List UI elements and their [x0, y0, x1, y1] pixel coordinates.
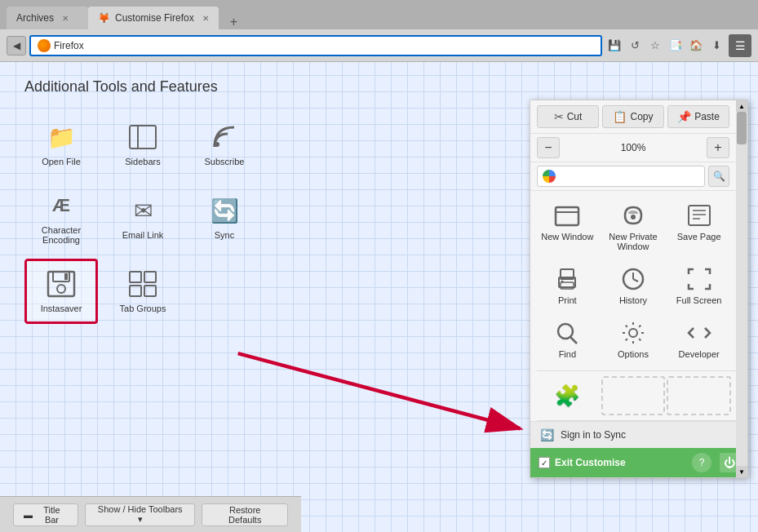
search-button[interactable]: 🔍	[708, 166, 729, 187]
title-bar-button[interactable]: ▬ Title Bar	[13, 503, 78, 526]
restore-defaults-button[interactable]: Restore Defaults	[202, 503, 288, 526]
scrollbar[interactable]: ▲ ▼	[736, 100, 747, 477]
tool-subscribe-label: Subscribe	[205, 157, 245, 166]
svg-point-2	[215, 142, 219, 147]
svg-line-12	[238, 353, 521, 428]
sync-row[interactable]: 🔄 Sign in to Sync	[530, 421, 747, 448]
tool-open-file[interactable]: 📁 Open File	[24, 112, 98, 177]
menu-new-window-label: New Window	[541, 232, 593, 242]
save-page-icon	[685, 202, 714, 228]
tab-archives-close[interactable]: ✕	[62, 14, 69, 23]
paste-icon: 📌	[677, 110, 691, 123]
svg-rect-8	[144, 272, 156, 282]
exit-help-button[interactable]: ?	[692, 453, 711, 472]
menu-developer-label: Developer	[679, 349, 720, 359]
firefox-logo	[38, 39, 51, 52]
bookmark-icon[interactable]: 📑	[667, 37, 685, 55]
scroll-down-arrow[interactable]: ▼	[736, 466, 747, 477]
star-icon[interactable]: ☆	[646, 37, 664, 55]
zoom-row: − 100% +	[530, 134, 736, 162]
tab-customise[interactable]: 🦊 Customise Firefox ✕	[88, 7, 219, 29]
tool-email-link[interactable]: ✉ Email Link	[106, 185, 180, 250]
addon-slot-1[interactable]: 🧩	[535, 376, 600, 415]
search-row: 🔍	[530, 162, 736, 191]
cut-icon: ✂	[554, 110, 564, 123]
menu-new-window[interactable]: New Window	[535, 196, 600, 258]
menu-options[interactable]: Options	[601, 313, 666, 366]
open-file-icon: 📁	[45, 122, 78, 152]
print-icon	[552, 266, 582, 292]
scroll-track	[736, 112, 747, 466]
menu-find-label: Find	[559, 349, 576, 359]
menu-new-private-window[interactable]: New Private Window	[601, 196, 666, 258]
copy-button[interactable]: 📋 Copy	[602, 105, 664, 128]
svg-point-6	[57, 285, 65, 293]
addon-slot-3[interactable]	[667, 376, 731, 415]
menu-full-screen[interactable]: Full Screen	[667, 259, 731, 312]
menu-button[interactable]: ☰	[729, 34, 751, 57]
menu-options-label: Options	[618, 349, 649, 359]
menu-find[interactable]: Find	[535, 313, 600, 366]
save-icon[interactable]: 💾	[605, 37, 623, 55]
toolbar-icons: 💾 ↺ ☆ 📑 🏠 ⬇	[605, 37, 725, 55]
tool-char-encoding-label: Character Encoding	[24, 225, 98, 245]
tool-instasaver[interactable]: Instasaver	[24, 259, 98, 324]
tool-open-file-label: Open File	[42, 157, 81, 166]
bottom-bar: ▬ Title Bar Show / Hide Toolbars ▾ Resto…	[0, 496, 301, 532]
dropdown-panel: ▲ ▼ ✂ Cut 📋 Copy 📌 Paste	[530, 100, 748, 478]
paste-button[interactable]: 📌 Paste	[667, 105, 729, 128]
tool-char-encoding[interactable]: Æ Character Encoding	[24, 185, 98, 250]
sync-row-icon: 🔄	[540, 428, 554, 441]
scroll-up-arrow[interactable]: ▲	[736, 100, 747, 112]
tab-bar: Archives ✕ 🦊 Customise Firefox ✕ +	[0, 0, 758, 29]
svg-point-23	[561, 281, 564, 283]
tool-sync[interactable]: 🔄 Sync	[188, 185, 261, 250]
home-icon[interactable]: 🏠	[687, 37, 705, 55]
show-hide-toolbars-label: Show / Hide Toolbars ▾	[95, 504, 185, 525]
new-private-window-icon	[618, 202, 648, 228]
menu-print-label: Print	[558, 295, 577, 305]
subscribe-icon	[208, 122, 241, 152]
tab-customise-close[interactable]: ✕	[202, 14, 209, 23]
addon-slot-2[interactable]	[601, 376, 666, 415]
tool-subscribe[interactable]: Subscribe	[188, 112, 261, 177]
tab-customise-label: Customise Firefox	[115, 12, 194, 24]
menu-developer[interactable]: Developer	[667, 313, 731, 366]
main-content: Additional Tools and Features 📁 Open Fil…	[0, 62, 758, 532]
back-button[interactable]: ◀	[7, 36, 26, 55]
exit-label: Exit Customise	[555, 457, 687, 468]
page-title: Additional Tools and Features	[24, 78, 734, 95]
download-icon[interactable]: ⬇	[707, 37, 725, 55]
tab-archives[interactable]: Archives ✕	[7, 7, 88, 29]
exit-checkbox[interactable]: ✓	[539, 457, 550, 468]
zoom-minus-button[interactable]: −	[537, 137, 560, 158]
show-hide-toolbars-button[interactable]: Show / Hide Toolbars ▾	[85, 503, 196, 526]
menu-full-screen-label: Full Screen	[676, 295, 722, 305]
history-icon	[618, 266, 648, 292]
instasaver-icon	[45, 269, 78, 299]
full-screen-icon	[685, 266, 714, 292]
new-tab-button[interactable]: +	[225, 15, 242, 29]
tab-archives-label: Archives	[16, 12, 54, 24]
menu-print[interactable]: Print	[535, 259, 600, 312]
address-bar-row: ◀ Firefox 💾 ↺ ☆ 📑 🏠 ⬇ ☰	[0, 29, 758, 62]
developer-icon	[685, 320, 714, 346]
menu-save-page[interactable]: Save Page	[667, 196, 731, 258]
copy-icon: 📋	[613, 110, 627, 123]
scroll-thumb[interactable]	[737, 112, 747, 144]
zoom-plus-button[interactable]: +	[707, 137, 729, 158]
svg-rect-10	[144, 286, 156, 296]
address-input[interactable]: Firefox	[29, 35, 602, 56]
cut-button[interactable]: ✂ Cut	[537, 105, 599, 128]
copy-label: Copy	[630, 111, 653, 122]
menu-grid: New Window New Private Window Save Page	[530, 191, 736, 370]
menu-history[interactable]: History	[601, 259, 666, 312]
svg-rect-16	[689, 206, 710, 225]
tool-sidebars[interactable]: Sidebars	[106, 112, 180, 177]
tool-tab-groups[interactable]: Tab Groups	[106, 259, 180, 324]
svg-rect-7	[130, 272, 141, 282]
svg-point-15	[631, 215, 636, 219]
search-input[interactable]	[537, 166, 705, 187]
browser-frame: Archives ✕ 🦊 Customise Firefox ✕ + ◀ Fir…	[0, 0, 758, 532]
reload-icon[interactable]: ↺	[626, 37, 644, 55]
